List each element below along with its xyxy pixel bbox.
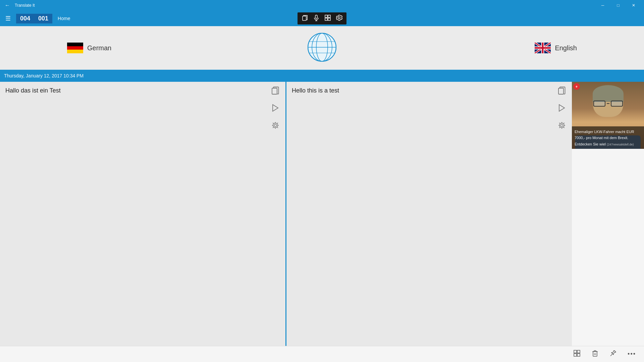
german-flag: [67, 43, 83, 53]
svg-point-22: [274, 124, 277, 127]
counter-badges: 004 001: [16, 14, 52, 23]
date-strip: Thursday, January 12, 2017 10:34 PM: [0, 70, 644, 82]
svg-rect-8: [67, 43, 83, 46]
svg-marker-25: [559, 105, 565, 111]
toolbar-icon-3[interactable]: [323, 14, 332, 23]
grid-bottom-button[interactable]: [573, 350, 581, 359]
app-title: Translate It: [15, 3, 35, 8]
copy-translated-button[interactable]: [557, 86, 567, 97]
titlebar-left: ← Translate It: [3, 2, 35, 9]
svg-point-26: [561, 124, 563, 127]
toolbar-icon-4[interactable]: [334, 14, 344, 23]
target-language[interactable]: English: [535, 43, 577, 53]
counter-left: 004: [16, 14, 34, 23]
ad-source: (247newsaktdell.de): [607, 143, 634, 146]
left-actions: [271, 86, 280, 132]
svg-marker-21: [273, 105, 278, 111]
main-content: Hallo das ist ein Test: [0, 82, 644, 346]
toolbar-icon-1[interactable]: [300, 14, 310, 23]
more-bottom-button[interactable]: •••: [628, 351, 636, 358]
svg-rect-28: [574, 350, 577, 353]
svg-rect-0: [303, 16, 306, 20]
translated-text: Hello this is a test: [292, 87, 339, 94]
play-translated-button[interactable]: [557, 103, 567, 115]
pin-bottom-button[interactable]: [609, 350, 617, 359]
svg-rect-4: [325, 15, 327, 17]
ad-text: Ehemaliger LKW-Fahrer macht EUR 7000,- p…: [575, 130, 634, 146]
svg-rect-10: [67, 50, 83, 53]
translated-panel: Hello this is a test: [286, 82, 572, 346]
globe-button[interactable]: [307, 32, 337, 64]
toolbar-center: [298, 11, 346, 26]
source-language-name: German: [87, 44, 111, 52]
language-header: German English: [0, 26, 644, 70]
home-label: Home: [52, 16, 75, 21]
titlebar: ← Translate It ─ □ ✕: [0, 0, 644, 11]
delete-bottom-button[interactable]: [591, 350, 599, 359]
back-button[interactable]: ←: [3, 2, 12, 9]
minimize-button[interactable]: ─: [595, 0, 610, 11]
counter-right: 001: [34, 14, 52, 23]
ad-image[interactable]: e Ehemaliger LKW-Fahrer macht EUR 7000,-…: [572, 82, 644, 149]
source-text: Hallo das ist ein Test: [5, 87, 61, 94]
maximize-button[interactable]: □: [610, 0, 626, 11]
svg-rect-9: [67, 46, 83, 50]
svg-rect-29: [577, 350, 580, 353]
svg-rect-32: [593, 352, 597, 356]
toolbar-icon-2[interactable]: [312, 14, 321, 23]
svg-rect-30: [574, 354, 577, 356]
hamburger-icon: ☰: [5, 15, 11, 22]
toolbar-buttons: [298, 12, 346, 24]
svg-rect-24: [558, 88, 564, 94]
svg-point-27: [559, 123, 564, 128]
settings-source-button[interactable]: [271, 121, 280, 132]
svg-line-35: [610, 354, 612, 356]
settings-translated-button[interactable]: [557, 121, 567, 132]
ad-badge: e: [573, 83, 580, 90]
bottom-bar: •••: [0, 346, 644, 362]
source-language[interactable]: German: [67, 43, 111, 53]
target-language-name: English: [555, 44, 577, 52]
svg-rect-7: [328, 18, 330, 20]
date-text: Thursday, January 12, 2017 10:34 PM: [4, 73, 84, 78]
ad-overlay: Ehemaliger LKW-Fahrer macht EUR 7000,- p…: [572, 126, 644, 149]
ad-panel: e Ehemaliger LKW-Fahrer macht EUR 7000,-…: [572, 82, 644, 346]
svg-rect-6: [325, 18, 327, 20]
source-panel: Hallo das ist ein Test: [0, 82, 286, 346]
globe-icon: [307, 32, 337, 62]
svg-rect-31: [577, 354, 580, 356]
play-source-button[interactable]: [271, 103, 280, 115]
svg-point-23: [273, 123, 278, 128]
window-controls: ─ □ ✕: [595, 0, 641, 11]
counter-strip: ☰ 004 001 Home: [0, 11, 644, 26]
copy-source-button[interactable]: [271, 86, 280, 97]
svg-rect-20: [272, 88, 277, 94]
hamburger-button[interactable]: ☰: [0, 11, 16, 26]
svg-rect-1: [315, 15, 317, 18]
uk-flag: [535, 43, 551, 53]
right-actions: [557, 86, 567, 132]
svg-rect-5: [328, 15, 330, 17]
close-button[interactable]: ✕: [626, 0, 641, 11]
